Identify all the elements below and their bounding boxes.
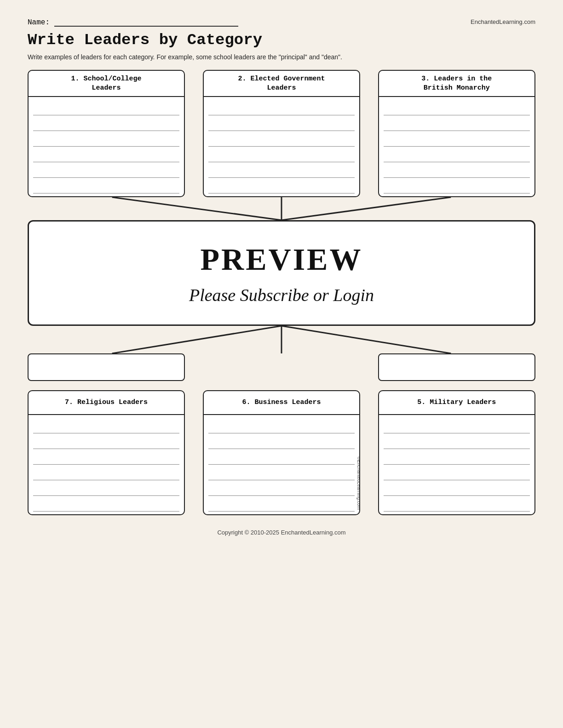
write-line: [33, 178, 179, 193]
write-line: [208, 147, 355, 162]
cat2-lines: [204, 97, 359, 196]
write-line: [208, 465, 355, 480]
cat3-title: 3. Leaders in theBritish Monarchy: [379, 71, 534, 97]
write-line: [384, 496, 530, 512]
write-line: [208, 131, 355, 147]
write-line: [384, 465, 530, 480]
bottom-mid-row: [28, 353, 535, 381]
cat2-title: 2. Elected GovernmentLeaders: [204, 71, 359, 97]
write-line: [33, 465, 179, 480]
bottom-connectors-svg: [28, 326, 535, 353]
footer-copyright: Copyright © 2010-2025 EnchantedLearning.…: [217, 529, 345, 536]
write-line: [384, 131, 530, 147]
write-line: [384, 115, 530, 131]
write-line: [208, 162, 355, 178]
top-row: 1. School/CollegeLeaders 2. Elected Gove…: [28, 70, 535, 197]
name-field: Name:: [28, 18, 238, 27]
cat5-lines: [379, 415, 534, 514]
write-line: [33, 147, 179, 162]
write-line: [208, 100, 355, 115]
top-connectors-svg: [28, 197, 535, 220]
svg-line-3: [112, 326, 282, 353]
write-line: [384, 147, 530, 162]
write-line: [384, 178, 530, 193]
category-box-2: 2. Elected GovernmentLeaders: [203, 70, 360, 197]
diagram: 1. School/CollegeLeaders 2. Elected Gove…: [28, 70, 535, 515]
cat1-lines: [29, 97, 184, 196]
write-line: [208, 178, 355, 193]
cat7-title: 7. Religious Leaders: [29, 391, 184, 415]
write-line: [208, 115, 355, 131]
svg-line-0: [112, 197, 282, 220]
category-box-1: 1. School/CollegeLeaders: [28, 70, 185, 197]
preview-subtitle: Please Subscribe or Login: [189, 285, 374, 305]
svg-line-5: [282, 326, 451, 353]
write-line: [384, 449, 530, 465]
write-line: [208, 418, 355, 433]
preview-title: PREVIEW: [201, 241, 363, 278]
write-line: [33, 100, 179, 115]
cat1-title: 1. School/CollegeLeaders: [29, 71, 184, 97]
svg-line-2: [282, 197, 451, 220]
category-box-5: 5. Military Leaders: [378, 390, 535, 515]
write-line: [384, 100, 530, 115]
category-box-7: 7. Religious Leaders: [28, 390, 185, 515]
write-line: [33, 496, 179, 512]
category-box-6: 6. Business Leaders ©EnchantedLearning.c…: [203, 390, 360, 515]
watermark-text: ©EnchantedLearning.com: [356, 456, 360, 510]
write-line: [33, 418, 179, 433]
write-line: [384, 418, 530, 433]
cat3-lines: [379, 97, 534, 196]
write-line: [208, 449, 355, 465]
write-line: [33, 433, 179, 449]
write-line: [208, 496, 355, 512]
write-line: [384, 433, 530, 449]
cat5-title: 5. Military Leaders: [379, 391, 534, 415]
site-url: EnchantedLearning.com: [471, 18, 535, 25]
write-line: [384, 162, 530, 178]
write-line: [208, 433, 355, 449]
cat6-title: 6. Business Leaders: [204, 391, 359, 415]
page-title: Write Leaders by Category: [28, 31, 535, 49]
small-box-left: [28, 353, 185, 381]
cat7-lines: [29, 415, 184, 514]
footer: Copyright © 2010-2025 EnchantedLearning.…: [28, 529, 535, 536]
write-line: [33, 115, 179, 131]
name-label: Name:: [28, 18, 50, 27]
center-box: PREVIEW Please Subscribe or Login: [28, 220, 535, 326]
cat6-lines: [204, 415, 359, 514]
page-header: Name: EnchantedLearning.com: [28, 18, 535, 27]
instructions: Write examples of leaders for each categ…: [28, 53, 535, 61]
name-underline: [54, 18, 238, 27]
small-box-right: [378, 353, 535, 381]
write-line: [208, 480, 355, 496]
write-line: [33, 449, 179, 465]
small-center-spacer: [203, 353, 360, 381]
write-line: [384, 480, 530, 496]
write-line: [33, 480, 179, 496]
category-box-3: 3. Leaders in theBritish Monarchy: [378, 70, 535, 197]
bottom-row: 7. Religious Leaders 6. Business Leaders: [28, 390, 535, 515]
write-line: [33, 131, 179, 147]
write-line: [33, 162, 179, 178]
